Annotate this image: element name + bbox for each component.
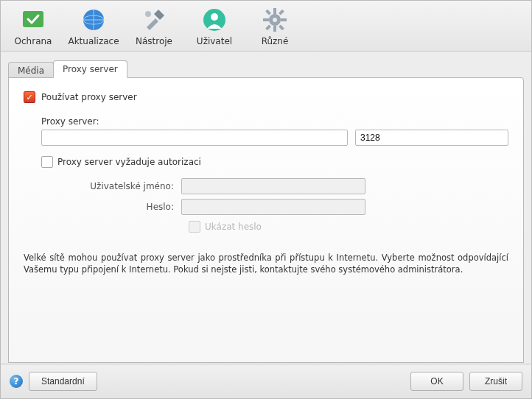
proxy-port-input[interactable] xyxy=(355,130,508,146)
tab-bar: Média Proxy server xyxy=(8,60,524,78)
main-toolbar: Ochrana Aktualizace Nástroje Uživatel Rů… xyxy=(1,1,531,52)
user-icon xyxy=(201,7,228,33)
require-auth-row[interactable]: Proxy server vyžaduje autorizaci xyxy=(41,156,508,168)
toolbar-label: Uživatel xyxy=(197,36,232,46)
tab-media[interactable]: Média xyxy=(8,62,54,79)
svg-rect-12 xyxy=(279,10,284,15)
toolbar-label: Nástroje xyxy=(136,36,172,46)
settings-window: Ochrana Aktualizace Nástroje Uživatel Rů… xyxy=(0,0,532,399)
footer-bar: ? Standardní OK Zrušit xyxy=(1,364,531,398)
toolbar-label: Různé xyxy=(262,36,289,46)
svg-rect-9 xyxy=(263,18,269,21)
username-input xyxy=(181,178,365,194)
proxy-server-label: Proxy server: xyxy=(41,116,508,127)
ok-button[interactable]: OK xyxy=(410,372,463,391)
globe-icon xyxy=(80,7,107,33)
svg-rect-7 xyxy=(273,8,276,14)
toolbar-label: Ochrana xyxy=(15,36,52,46)
cancel-button[interactable]: Zrušit xyxy=(469,372,522,391)
toolbar-item-user[interactable]: Uživatel xyxy=(192,7,237,46)
username-label: Uživatelské jméno: xyxy=(41,181,181,191)
help-icon[interactable]: ? xyxy=(10,375,23,388)
use-proxy-label: Používat proxy server xyxy=(41,92,137,102)
toolbar-item-protection[interactable]: Ochrana xyxy=(11,7,55,46)
toolbar-item-updates[interactable]: Aktualizace xyxy=(71,7,116,46)
svg-point-15 xyxy=(273,18,277,22)
proxy-description: Velké sítě mohou používat proxy server j… xyxy=(24,252,508,275)
require-auth-label: Proxy server vyžaduje autorizaci xyxy=(57,157,201,167)
use-proxy-checkbox[interactable] xyxy=(24,91,35,103)
proxy-panel: Používat proxy server Proxy server: Prox… xyxy=(8,77,524,363)
shield-check-icon xyxy=(20,7,46,33)
password-input xyxy=(181,199,365,215)
svg-rect-13 xyxy=(265,24,271,30)
show-password-label: Ukázat heslo xyxy=(205,222,262,232)
require-auth-checkbox[interactable] xyxy=(41,156,53,168)
gear-icon xyxy=(262,7,288,33)
tools-icon xyxy=(141,7,167,33)
tab-proxy-server[interactable]: Proxy server xyxy=(53,60,127,78)
default-button[interactable]: Standardní xyxy=(29,372,97,391)
svg-point-3 xyxy=(145,11,151,17)
show-password-row: Ukázat heslo xyxy=(189,221,508,233)
svg-rect-8 xyxy=(273,26,276,32)
svg-point-5 xyxy=(211,13,218,21)
svg-rect-10 xyxy=(281,18,287,21)
content-area: Média Proxy server Používat proxy server… xyxy=(1,52,531,364)
svg-rect-0 xyxy=(23,11,43,27)
svg-rect-11 xyxy=(265,10,271,15)
toolbar-item-tools[interactable]: Nástroje xyxy=(132,7,176,46)
svg-rect-14 xyxy=(279,24,284,30)
use-proxy-row[interactable]: Používat proxy server xyxy=(24,91,508,103)
proxy-server-input[interactable] xyxy=(41,130,348,146)
toolbar-label: Aktualizace xyxy=(68,36,119,46)
show-password-checkbox xyxy=(189,221,200,233)
proxy-form: Proxy server: Proxy server vyžaduje auto… xyxy=(41,116,508,233)
auth-grid: Uživatelské jméno: Heslo: xyxy=(41,178,508,215)
toolbar-item-misc[interactable]: Různé xyxy=(253,7,297,46)
password-label: Heslo: xyxy=(41,202,181,212)
